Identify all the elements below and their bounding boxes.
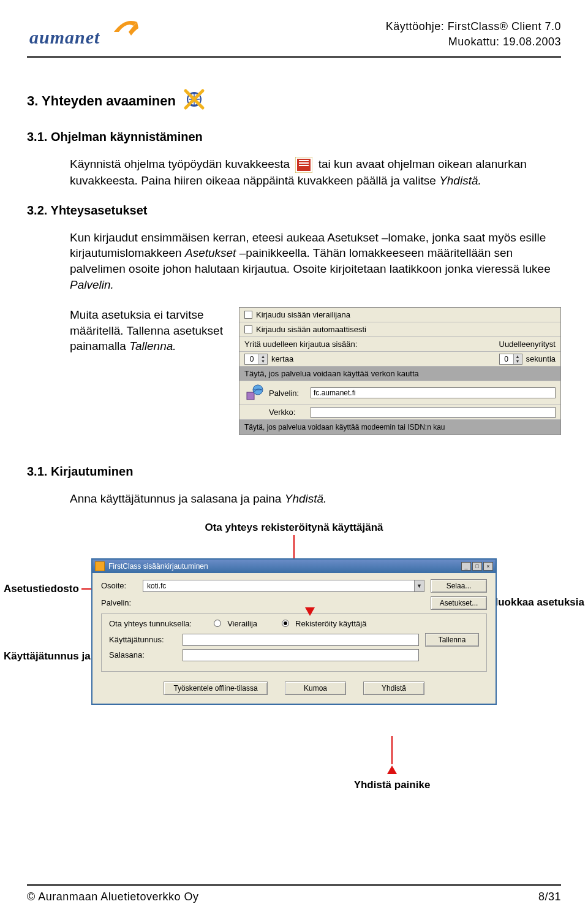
callout-settings-file: Asetustiedosto xyxy=(4,583,79,595)
username-input[interactable] xyxy=(183,634,419,646)
password-label: Salasana: xyxy=(109,650,176,659)
address-combo[interactable]: koti.fc ▼ xyxy=(143,580,424,592)
settings-isdn-hint: Täytä, jos palvelua voidaan käyttää mode… xyxy=(239,420,560,435)
settings-chk-guest[interactable]: Kirjaudu sisään vierailijana xyxy=(239,308,560,322)
svg-rect-3 xyxy=(247,392,254,400)
radio-guest-label: Vierailija xyxy=(227,619,257,628)
network-input[interactable] xyxy=(311,407,556,418)
footer-company: © Auranmaan Aluetietoverkko Oy xyxy=(27,891,198,903)
login-credentials-group: Ota yhteys tunnuksella: Vierailija Rekis… xyxy=(101,613,487,672)
footer-rule xyxy=(27,884,561,886)
chk-guest-label: Kirjaudu sisään vierailijana xyxy=(256,310,350,319)
minimize-icon[interactable]: _ xyxy=(461,562,471,571)
save-button[interactable]: Tallenna xyxy=(425,633,479,647)
radio-registered[interactable] xyxy=(282,620,289,627)
arrow-down-icon xyxy=(305,607,315,616)
s31b-p1b: Yhdistä. xyxy=(285,492,327,505)
settings-net-hint: Täytä, jos palvelua voidaan käyttää verk… xyxy=(239,367,560,381)
callout-connect-btn: Yhdistä painike xyxy=(354,779,431,791)
settings-chk-auto[interactable]: Kirjaudu sisään automaattisesti xyxy=(239,322,560,337)
connect-button[interactable]: Yhdistä xyxy=(363,682,424,695)
settings-network-row: Verkko: xyxy=(239,405,560,420)
section-31b-para: Anna käyttäjätunnus ja salasana ja paina… xyxy=(70,491,561,507)
page-footer: © Auranmaan Aluetietoverkko Oy 8/31 xyxy=(27,884,561,903)
section-32-para2: Muita asetuksia ei tarvitse määritellä. … xyxy=(70,307,229,354)
section-31b-title: 3.1. Kirjautuminen xyxy=(27,465,561,479)
username-label: Käyttäjätunnus: xyxy=(109,635,176,644)
section-3-text: 3. Yhteyden avaaminen xyxy=(27,93,176,109)
section-31-para: Käynnistä ohjelma työpöydän kuvakkeesta … xyxy=(70,156,561,189)
retry-unit: kertaa xyxy=(271,354,293,363)
server-label: Palvelin: xyxy=(269,389,307,398)
chk-auto-label: Kirjaudu sisään automaattisesti xyxy=(256,325,366,334)
address-value: koti.fc xyxy=(143,582,414,590)
address-label: Osoite: xyxy=(101,581,137,590)
settings-server-row: Palvelin: xyxy=(239,381,560,405)
doc-modified: Muokattu: 19.08.2003 xyxy=(386,34,561,49)
login-title: FirstClass sisäänkirjautuminen xyxy=(108,562,458,571)
settings-retry-values: 0 ▲▼ kertaa 0 ▲▼ sekuntia xyxy=(239,352,560,367)
retry-times-spinner[interactable]: 0 ▲▼ xyxy=(244,354,268,365)
server-input[interactable] xyxy=(311,387,556,398)
retry-sec-spinner[interactable]: 0 ▲▼ xyxy=(499,354,522,365)
checkbox-icon[interactable] xyxy=(244,325,252,333)
section-3-title: 3. Yhteyden avaaminen xyxy=(27,87,561,115)
login-server-label: Palvelin: xyxy=(101,598,137,607)
connect-as-label: Ota yhteys tunnuksella: xyxy=(109,619,192,628)
callout-edit-settings: Muokkaa asetuksia xyxy=(489,596,584,609)
s32-p2b: Tallenna. xyxy=(129,340,176,352)
network-globe-icon xyxy=(244,382,265,403)
checkbox-icon[interactable] xyxy=(244,311,252,319)
firstclass-desktop-icon xyxy=(295,157,312,173)
retry-sec-value: 0 xyxy=(500,355,513,363)
login-diagram: Ota yhteys rekisteröitynä käyttäjänä Ase… xyxy=(27,522,561,791)
page-header: aumanet Käyttöohje: FirstClass® Client 7… xyxy=(27,17,561,53)
s32-p1b: Asetukset xyxy=(185,246,239,259)
footer-page: 8/31 xyxy=(538,891,561,903)
network-label: Verkko: xyxy=(269,408,307,417)
retry-label: Yritä uudelleen kirjautua sisään: xyxy=(244,340,357,349)
net-hint-text: Täytä, jos palvelua voidaan käyttää verk… xyxy=(244,369,419,378)
maximize-icon[interactable]: □ xyxy=(472,562,482,571)
brand-name: aumanet xyxy=(29,27,100,48)
retry-times-value: 0 xyxy=(245,355,258,363)
callout-registered: Ota yhteys rekisteröitynä käyttäjänä xyxy=(205,522,383,534)
chevron-down-icon[interactable]: ▼ xyxy=(414,580,424,591)
globe-x-icon xyxy=(182,87,206,115)
doc-meta: Käyttöohje: FirstClass® Client 7.0 Muoka… xyxy=(386,19,561,49)
offline-button[interactable]: Työskentele offline-tilassa xyxy=(164,682,268,695)
s31-text-c: Yhdistä. xyxy=(439,174,481,187)
arrow-icon xyxy=(113,13,140,40)
password-input[interactable] xyxy=(183,649,419,661)
cancel-button[interactable]: Kumoa xyxy=(285,682,346,695)
browse-button[interactable]: Selaa... xyxy=(431,579,487,593)
brand-logo: aumanet xyxy=(27,17,143,49)
settings-retry-header: Yritä uudelleen kirjautua sisään: Uudell… xyxy=(239,337,560,352)
doc-title: Käyttöohje: FirstClass® Client 7.0 xyxy=(386,19,561,34)
s31-text-a: Käynnistä ohjelma työpöydän kuvakkeesta xyxy=(70,158,290,170)
login-window: FirstClass sisäänkirjautuminen _ □ × Oso… xyxy=(91,558,497,705)
s32-p1d: Palvelin. xyxy=(70,278,114,291)
section-32-para1: Kun kirjaudut ensimmäisen kerran, eteesi… xyxy=(70,230,561,293)
login-titlebar: FirstClass sisäänkirjautuminen _ □ × xyxy=(92,560,496,573)
section-31-title: 3.1. Ohjelman käynnistäminen xyxy=(27,130,561,144)
radio-guest[interactable] xyxy=(214,620,221,627)
arrow-up-icon xyxy=(387,765,397,774)
close-icon[interactable]: × xyxy=(483,562,493,571)
settings-button[interactable]: Asetukset... xyxy=(431,596,487,610)
section-32-title: 3.2. Yhteysasetukset xyxy=(27,203,561,218)
isdn-hint-text: Täytä, jos palvelua voidaan käyttää mode… xyxy=(244,423,445,431)
s31b-p1a: Anna käyttäjätunnus ja salasana ja paina xyxy=(70,492,285,505)
app-icon xyxy=(95,561,105,571)
settings-panel: Kirjaudu sisään vierailijana Kirjaudu si… xyxy=(239,307,561,435)
radio-registered-label: Rekisteröity käyttäjä xyxy=(295,619,366,628)
retry-sec-unit: sekuntia xyxy=(526,354,556,363)
retry-header: Uudelleenyrityst xyxy=(499,340,556,349)
